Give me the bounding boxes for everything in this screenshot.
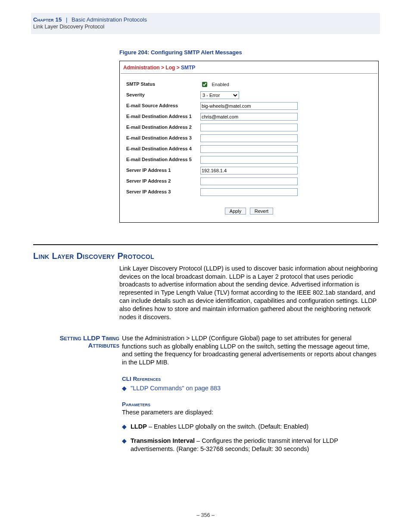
email-dest2-input[interactable] [200, 124, 298, 131]
email-source-label: E-mail Source Address [126, 101, 200, 110]
email-dest5-label: E-mail Destination Address 5 [126, 155, 200, 164]
figure-breadcrumb: Administration > Log > SMTP [120, 61, 378, 73]
email-dest4-label: E-mail Destination Address 4 [126, 144, 200, 153]
chapter-label: Chapter 15 [33, 16, 62, 23]
parameters-intro: These parameters are displayed: [122, 408, 378, 417]
separator-bar: | [66, 16, 67, 23]
server-ip3-input[interactable] [200, 188, 298, 196]
figure-panel: Administration > Log > SMTP SMTP Status … [119, 61, 379, 223]
param-transmission-interval: Transmission Interval – Configures the p… [131, 437, 378, 453]
server-ip2-input[interactable] [200, 177, 298, 185]
server-ip1-input[interactable] [200, 167, 298, 174]
bullet-diamond-icon: ◆ [122, 384, 131, 392]
section-heading: Link Layer Discovery Protocol [33, 251, 378, 261]
revert-button[interactable]: Revert [250, 208, 273, 215]
bullet-diamond-icon: ◆ [122, 437, 131, 453]
smtp-status-label: SMTP Status [126, 80, 200, 89]
severity-select[interactable]: 3 - Error [200, 91, 239, 99]
smtp-status-checkbox[interactable] [202, 82, 207, 87]
figure-caption: Figure 204: Configuring SMTP Alert Messa… [119, 49, 378, 56]
cli-references-heading: CLI References [122, 375, 378, 383]
server-ip1-label: Server IP Address 1 [126, 166, 200, 175]
server-ip3-label: Server IP Address 3 [126, 187, 200, 196]
server-ip2-label: Server IP Address 2 [126, 177, 200, 186]
email-dest2-label: E-mail Destination Address 2 [126, 123, 200, 132]
bullet-diamond-icon: ◆ [122, 423, 131, 431]
page-number: – 356 – [0, 512, 411, 518]
apply-button[interactable]: Apply [225, 208, 246, 215]
param-lldp: LLDP – Enables LLDP globally on the swit… [131, 423, 378, 431]
side-heading: Setting LLDP Timing Attributes [33, 334, 122, 349]
email-dest1-label: E-mail Destination Address 1 [126, 112, 200, 121]
severity-label: Severity [126, 90, 200, 100]
section-para-2: Use the Administration > LLDP (Configure… [122, 334, 378, 367]
page-header: Chapter 15 | Basic Administration Protoc… [31, 13, 380, 34]
smtp-form: SMTP Status Enabled Severity 3 - Error [120, 74, 378, 222]
parameters-heading: Parameters [122, 401, 378, 408]
email-dest5-input[interactable] [200, 156, 298, 164]
cli-link[interactable]: "LLDP Commands" on page 883 [131, 385, 221, 392]
smtp-status-cblabel: Enabled [212, 82, 229, 87]
section-para-1: Link Layer Discovery Protocol (LLDP) is … [119, 264, 378, 321]
email-dest4-input[interactable] [200, 145, 298, 153]
email-dest3-label: E-mail Destination Address 3 [126, 134, 200, 143]
email-source-input[interactable] [200, 102, 298, 110]
chapter-title: Basic Administration Protocols [72, 16, 147, 23]
email-dest1-input[interactable] [200, 113, 298, 121]
breadcrumb-path: Administration > Log > [123, 65, 181, 71]
email-dest3-input[interactable] [200, 134, 298, 142]
breadcrumb-current: SMTP [181, 65, 195, 71]
chapter-subtitle: Link Layer Discovery Protocol [33, 24, 380, 30]
